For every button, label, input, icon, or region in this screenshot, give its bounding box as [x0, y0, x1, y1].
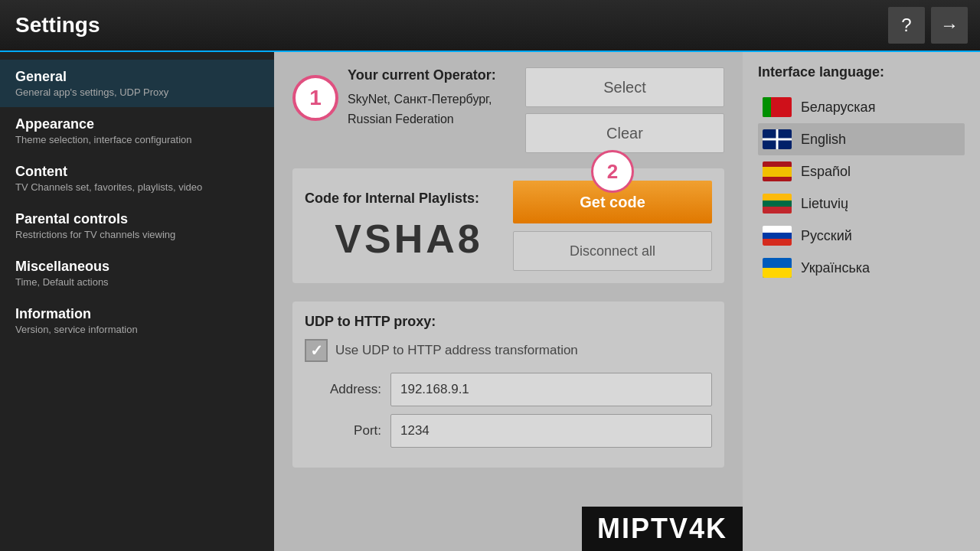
sidebar-item-subtitle: General app's settings, UDP Proxy	[15, 86, 259, 98]
sidebar-item-subtitle: Theme selection, interface configuration	[15, 134, 259, 145]
sidebar-item-subtitle: Version, service information	[15, 324, 259, 335]
udp-section: UDP to HTTP proxy: ✓ Use UDP to HTTP add…	[292, 302, 724, 468]
help-button[interactable]: ?	[888, 7, 925, 44]
flag-es	[763, 161, 792, 181]
flag-gb	[763, 129, 792, 149]
lang-name-ua: Українська	[801, 260, 870, 276]
step1-badge: 1	[292, 75, 338, 121]
sidebar-item-subtitle: Time, Default actions	[15, 276, 259, 288]
code-label: Code for Internal Playlists:	[305, 191, 513, 207]
operator-label: Your current Operator:	[348, 67, 510, 83]
watermark: MIPTV4K	[582, 507, 743, 551]
main-content: 1 Your current Operator: SkyNet, Санкт-П…	[274, 52, 743, 551]
flag-ru	[763, 226, 792, 246]
operator-value-line1: SkyNet, Санкт-Петербург,	[348, 93, 510, 106]
sidebar-item-title: General	[15, 69, 259, 85]
lang-item-lt[interactable]: Lietuvių	[758, 187, 965, 220]
step1-number: 1	[309, 86, 322, 110]
udp-checkbox-row: ✓ Use UDP to HTTP address transformation	[305, 339, 712, 362]
header-icons: ? →	[888, 7, 968, 44]
sidebar-item-misc[interactable]: Miscellaneous Time, Default actions	[0, 249, 274, 297]
select-operator-button[interactable]: Select	[525, 67, 724, 107]
sidebar: General General app's settings, UDP Prox…	[0, 52, 274, 551]
sidebar-item-title: Content	[15, 164, 259, 180]
udp-port-input[interactable]	[390, 414, 712, 448]
lang-name-lt: Lietuvių	[801, 196, 848, 212]
lang-name-ru: Русский	[801, 228, 852, 244]
lang-item-ru[interactable]: Русский	[758, 220, 965, 252]
language-panel: Interface language: Беларуская English E…	[743, 52, 980, 551]
step2-badge: 2	[591, 150, 634, 193]
code-info: Code for Internal Playlists: VSHA8	[305, 191, 513, 262]
content-area: 1 Your current Operator: SkyNet, Санкт-П…	[274, 52, 980, 551]
flag-ua	[763, 258, 792, 278]
udp-checkbox[interactable]: ✓	[305, 339, 328, 362]
operator-info: Your current Operator: SkyNet, Санкт-Пет…	[348, 67, 510, 132]
udp-address-input[interactable]	[390, 373, 712, 406]
lang-name-by: Беларуская	[801, 99, 875, 116]
lang-item-ua[interactable]: Українська	[758, 252, 965, 284]
sidebar-item-content[interactable]: Content TV Channels set, favorites, play…	[0, 155, 274, 202]
main-layout: General General app's settings, UDP Prox…	[0, 52, 980, 551]
flag-lt	[763, 194, 792, 214]
sidebar-item-title: Parental controls	[15, 211, 259, 227]
flag-by	[763, 97, 792, 117]
sidebar-item-subtitle: TV Channels set, favorites, playlists, v…	[15, 181, 259, 193]
sidebar-item-parental[interactable]: Parental controls Restrictions for TV ch…	[0, 202, 274, 249]
forward-button[interactable]: →	[931, 7, 968, 44]
udp-address-row: Address:	[305, 373, 712, 406]
checkbox-check-icon: ✓	[310, 341, 323, 360]
sidebar-item-title: Miscellaneous	[15, 259, 259, 275]
operator-buttons: Select Clear	[525, 67, 724, 153]
udp-title: UDP to HTTP proxy:	[305, 314, 712, 330]
watermark-text: MIPTV4K	[597, 513, 727, 544]
operator-section: 1 Your current Operator: SkyNet, Санкт-П…	[292, 67, 724, 153]
code-buttons: 2 Get code Disconnect all	[513, 181, 712, 271]
operator-value-line2: Russian Federation	[348, 112, 510, 126]
lang-name-es: Español	[801, 164, 851, 180]
sidebar-item-title: Information	[15, 306, 259, 322]
udp-port-label: Port:	[305, 423, 381, 439]
sidebar-item-appearance[interactable]: Appearance Theme selection, interface co…	[0, 107, 274, 155]
page-title: Settings	[15, 13, 100, 37]
lang-name-en: English	[801, 132, 846, 148]
disconnect-all-button[interactable]: Disconnect all	[513, 231, 712, 271]
sidebar-item-info[interactable]: Information Version, service information	[0, 297, 274, 344]
code-value: VSHA8	[305, 216, 513, 262]
sidebar-item-subtitle: Restrictions for TV channels viewing	[15, 229, 259, 240]
language-title: Interface language:	[758, 64, 965, 80]
step2-number: 2	[607, 160, 618, 184]
header: Settings ? →	[0, 0, 980, 52]
lang-item-by[interactable]: Беларуская	[758, 91, 965, 123]
sidebar-item-general[interactable]: General General app's settings, UDP Prox…	[0, 60, 274, 107]
code-section: Code for Internal Playlists: VSHA8 2 Get…	[292, 168, 724, 283]
udp-address-label: Address:	[305, 382, 381, 397]
lang-item-es[interactable]: Español	[758, 155, 965, 187]
clear-operator-button[interactable]: Clear	[525, 113, 724, 153]
lang-item-en[interactable]: English	[758, 123, 965, 155]
udp-checkbox-label: Use UDP to HTTP address transformation	[335, 343, 578, 358]
udp-port-row: Port:	[305, 414, 712, 448]
sidebar-item-title: Appearance	[15, 116, 259, 132]
